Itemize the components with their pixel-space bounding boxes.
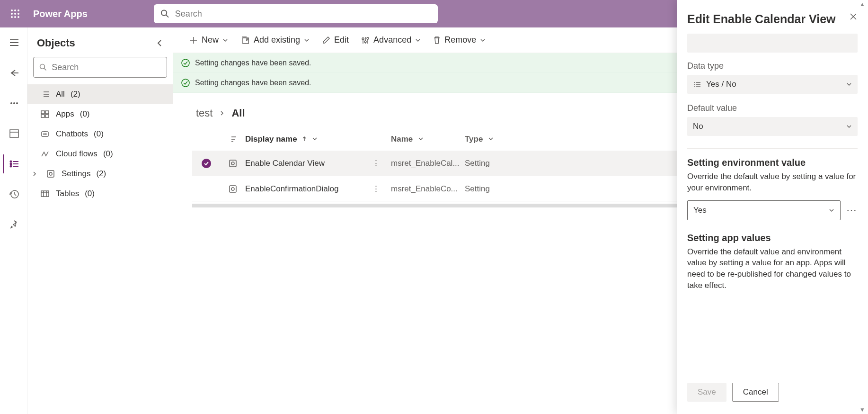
remove-button[interactable]: Remove bbox=[433, 35, 486, 45]
svg-rect-45 bbox=[41, 191, 49, 197]
more-options-icon[interactable]: ⋯ bbox=[846, 204, 858, 216]
data-type-select[interactable]: Yes / No bbox=[687, 75, 858, 94]
default-value-label: Default value bbox=[687, 103, 858, 113]
svg-point-55 bbox=[362, 38, 364, 40]
save-button[interactable]: Save bbox=[687, 383, 726, 402]
svg-point-69 bbox=[231, 188, 234, 190]
search-icon bbox=[39, 63, 47, 72]
row-actions[interactable]: ⋮ bbox=[372, 158, 391, 168]
chevron-down-icon bbox=[415, 37, 421, 43]
edit-button[interactable]: Edit bbox=[322, 35, 349, 45]
svg-point-20 bbox=[10, 161, 12, 162]
tree-item-chatbots[interactable]: Chatbots (0) bbox=[27, 124, 173, 144]
column-type[interactable]: Type bbox=[465, 135, 531, 144]
svg-point-6 bbox=[11, 16, 13, 18]
tables-icon bbox=[40, 190, 50, 197]
row-type: Setting bbox=[465, 159, 531, 168]
new-button[interactable]: New bbox=[189, 35, 228, 45]
svg-point-41 bbox=[45, 134, 46, 135]
more-icon[interactable] bbox=[3, 94, 25, 113]
edit-label: Edit bbox=[334, 35, 349, 45]
table-icon[interactable] bbox=[3, 124, 25, 143]
hamburger-icon[interactable] bbox=[3, 33, 25, 52]
search-icon bbox=[160, 9, 169, 18]
svg-rect-36 bbox=[45, 111, 49, 114]
remove-label: Remove bbox=[444, 35, 476, 45]
svg-point-0 bbox=[11, 9, 13, 11]
tree-count: (0) bbox=[85, 189, 95, 198]
svg-point-56 bbox=[364, 41, 366, 43]
svg-point-3 bbox=[11, 13, 13, 15]
default-value: No bbox=[693, 122, 703, 131]
banner-text: Setting changes have been saved. bbox=[195, 79, 311, 87]
svg-point-24 bbox=[10, 166, 12, 167]
row-type: Setting bbox=[465, 184, 531, 194]
tree-count: (0) bbox=[103, 149, 113, 159]
check-circle-icon bbox=[181, 78, 190, 88]
tree-item-cloudflows[interactable]: Cloud flows (0) bbox=[27, 144, 173, 164]
svg-point-7 bbox=[14, 16, 16, 18]
chevron-right-icon bbox=[29, 171, 40, 177]
tree-item-all[interactable]: All (2) bbox=[27, 84, 173, 104]
tree-label: All bbox=[56, 90, 65, 99]
env-value: Yes bbox=[693, 206, 707, 215]
add-existing-button[interactable]: Add existing bbox=[240, 35, 310, 45]
chevron-down-icon bbox=[304, 37, 310, 43]
default-value-select[interactable]: No bbox=[687, 117, 858, 136]
svg-point-57 bbox=[367, 37, 369, 39]
objects-title: Objects bbox=[37, 37, 75, 49]
name-field[interactable] bbox=[687, 34, 858, 53]
advanced-button[interactable]: Advanced bbox=[361, 35, 421, 45]
svg-point-9 bbox=[161, 10, 167, 15]
objects-panel: Objects All (2) Apps (0) Chatbots (0) Cl… bbox=[27, 27, 173, 414]
panel-title: Edit Enable Calendar View bbox=[687, 12, 836, 26]
tree-label: Chatbots bbox=[56, 129, 88, 139]
svg-rect-35 bbox=[41, 111, 44, 114]
env-value-select[interactable]: Yes bbox=[687, 200, 841, 220]
setting-icon bbox=[221, 159, 245, 168]
list-icon bbox=[40, 91, 50, 98]
breadcrumb-root[interactable]: test bbox=[196, 107, 213, 119]
sort-icon[interactable] bbox=[221, 135, 245, 143]
tree-label: Apps bbox=[56, 109, 74, 119]
breadcrumb-current: All bbox=[231, 107, 245, 119]
history-icon[interactable] bbox=[3, 185, 25, 204]
divider bbox=[687, 148, 858, 149]
panel-footer: Save Cancel bbox=[687, 374, 858, 402]
row-checkbox[interactable] bbox=[192, 159, 221, 168]
tree-count: (0) bbox=[94, 129, 104, 139]
app-launcher-icon[interactable] bbox=[6, 4, 25, 23]
column-display-name[interactable]: Display name bbox=[245, 135, 372, 144]
tree-count: (0) bbox=[80, 109, 90, 119]
rocket-icon[interactable] bbox=[3, 215, 25, 234]
close-icon[interactable] bbox=[849, 12, 858, 23]
apps-icon bbox=[40, 110, 50, 118]
objects-search[interactable] bbox=[33, 57, 167, 78]
row-actions[interactable]: ⋮ bbox=[372, 184, 391, 194]
objects-search-input[interactable] bbox=[52, 63, 161, 72]
chevron-down-icon bbox=[488, 136, 494, 142]
svg-rect-37 bbox=[41, 115, 44, 117]
svg-rect-38 bbox=[45, 115, 49, 117]
app-values-title: Setting app values bbox=[687, 233, 858, 243]
cancel-button[interactable]: Cancel bbox=[732, 383, 779, 402]
row-name: msret_EnableCo... bbox=[391, 184, 465, 194]
tree-item-apps[interactable]: Apps (0) bbox=[27, 104, 173, 124]
sort-asc-icon bbox=[302, 136, 307, 142]
data-type-label: Data type bbox=[687, 61, 858, 71]
collapse-icon[interactable] bbox=[156, 39, 163, 47]
column-name[interactable]: Name bbox=[391, 135, 465, 144]
global-search-input[interactable] bbox=[175, 9, 431, 19]
svg-point-8 bbox=[18, 16, 19, 18]
settings-icon bbox=[45, 170, 56, 178]
back-icon[interactable] bbox=[3, 63, 25, 82]
tree-item-tables[interactable]: Tables (0) bbox=[27, 184, 173, 204]
svg-rect-43 bbox=[47, 171, 54, 177]
svg-point-16 bbox=[13, 102, 15, 104]
chevron-down-icon bbox=[846, 124, 852, 129]
tree-item-settings[interactable]: Settings (2) bbox=[27, 164, 173, 184]
app-values-desc: Override the default value and environme… bbox=[687, 246, 858, 291]
global-search[interactable] bbox=[154, 4, 438, 23]
svg-point-40 bbox=[44, 134, 44, 135]
list-icon[interactable] bbox=[3, 154, 25, 173]
